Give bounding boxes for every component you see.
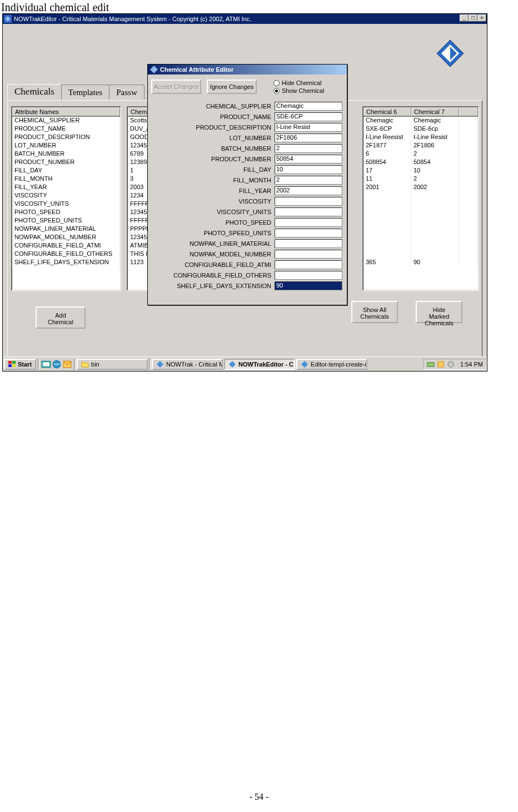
list-item[interactable] bbox=[363, 225, 478, 234]
list-item[interactable]: FILL_MONTH bbox=[12, 175, 120, 184]
tab-chemicals[interactable]: Chemicals bbox=[7, 84, 62, 100]
list-item[interactable]: 50885450854 bbox=[363, 159, 478, 167]
editor-dialog: Chemical Attribute Editor Accept Changes… bbox=[147, 64, 347, 305]
tab-templates[interactable]: Templates bbox=[61, 85, 109, 100]
chemical7-header: Chemical 7 bbox=[411, 107, 459, 116]
list-item[interactable]: 2F18772F1806 bbox=[363, 142, 478, 150]
tray-icon[interactable] bbox=[447, 360, 455, 368]
list-item[interactable]: LOT_NUMBER bbox=[12, 142, 120, 150]
taskbar-item[interactable]: NOWTrak - Critical M... bbox=[152, 359, 223, 370]
list-item[interactable]: VISCOSITY bbox=[12, 192, 120, 200]
list-item[interactable]: 1710 bbox=[363, 167, 478, 175]
outlook-icon[interactable] bbox=[62, 359, 72, 369]
list-item[interactable]: PRODUCT_NAME bbox=[12, 125, 120, 133]
form-row: NOWPAK_LINER_MATERIAL bbox=[150, 239, 345, 249]
list-item[interactable]: 36590 bbox=[363, 259, 478, 267]
field-label: CONFIGURABLE_FIELD_ATMI bbox=[150, 261, 275, 268]
field-input[interactable]: Chemagic bbox=[275, 102, 342, 111]
show-desktop-icon[interactable] bbox=[41, 359, 51, 369]
tray-icon[interactable] bbox=[437, 360, 445, 368]
list-item[interactable] bbox=[363, 250, 478, 259]
field-label: NOWPAK_MODEL_NUMBER bbox=[150, 251, 275, 258]
minimize-button[interactable]: _ bbox=[460, 14, 469, 22]
field-input[interactable]: 2 bbox=[275, 176, 342, 185]
app-icon bbox=[4, 15, 12, 23]
folder-icon bbox=[81, 360, 89, 368]
list-item[interactable]: 112 bbox=[363, 175, 478, 184]
field-input[interactable] bbox=[275, 260, 342, 269]
list-item[interactable] bbox=[363, 217, 478, 225]
form-row: CONFIGURABLE_FIELD_ATMI bbox=[150, 260, 345, 270]
spacer-header bbox=[459, 107, 478, 116]
list-item[interactable]: I-Line ReesistI-Line Resist bbox=[363, 133, 478, 142]
field-input[interactable] bbox=[275, 207, 342, 216]
field-input[interactable] bbox=[275, 229, 342, 237]
list-item[interactable]: FILL_DAY bbox=[12, 167, 120, 175]
list-item[interactable]: CHEMICAL_SUPPLIER bbox=[12, 117, 120, 125]
field-input[interactable] bbox=[275, 239, 342, 248]
list-item[interactable]: VISCOSITY_UNITS bbox=[12, 200, 120, 209]
field-input[interactable] bbox=[275, 271, 342, 280]
list-item[interactable]: PRODUCT_NUMBER bbox=[12, 159, 120, 167]
attribute-names-list[interactable]: Attribute Names CHEMICAL_SUPPLIERPRODUCT… bbox=[11, 106, 121, 291]
field-input[interactable]: I-Line Resist bbox=[275, 123, 342, 132]
field-input[interactable]: 2F1806 bbox=[275, 133, 342, 142]
field-input[interactable] bbox=[275, 218, 342, 227]
show-all-chemicals-button[interactable]: Show All Chemicals bbox=[351, 301, 398, 323]
maximize-button[interactable]: □ bbox=[469, 14, 477, 22]
form-row: VISCOSITY bbox=[150, 196, 345, 206]
field-input[interactable] bbox=[275, 250, 342, 259]
field-input[interactable]: 2 bbox=[275, 144, 342, 153]
taskbar-item[interactable]: Editor-templ-create-n... bbox=[296, 359, 367, 370]
svg-marker-13 bbox=[157, 361, 163, 368]
field-input[interactable]: SDE-6CP bbox=[275, 112, 342, 121]
list-item[interactable] bbox=[363, 192, 478, 200]
list-item[interactable] bbox=[363, 234, 478, 242]
tray-icon[interactable] bbox=[427, 360, 435, 368]
list-item[interactable]: 20012002 bbox=[363, 184, 478, 192]
tab-passwords[interactable]: Passw bbox=[109, 85, 145, 100]
field-input[interactable]: 2002 bbox=[275, 186, 342, 195]
svg-rect-8 bbox=[12, 364, 16, 367]
add-chemical-button[interactable]: Add Chemical bbox=[36, 306, 86, 329]
hide-chemical-radio[interactable]: Hide Chemical bbox=[273, 79, 324, 87]
list-item[interactable]: CONFIGURABLE_FIELD_OTHERS bbox=[12, 250, 120, 259]
close-button[interactable]: × bbox=[477, 14, 486, 22]
chemical67-list[interactable]: Chemical 6 Chemical 7 ChemagicChemagicSX… bbox=[362, 106, 479, 291]
list-item[interactable]: SXE-6CPSDE-6cp bbox=[363, 125, 478, 133]
list-item[interactable]: PRODUCT_DESCRIPTION bbox=[12, 133, 120, 142]
list-item[interactable]: 62 bbox=[363, 150, 478, 159]
taskbar: Start bin NOWTrak - Critical M...NOWTrak… bbox=[3, 357, 487, 371]
main-titlebar: NOWTrakEditor - Critical Materials Manag… bbox=[3, 14, 487, 24]
list-item[interactable]: PHOTO_SPEED bbox=[12, 209, 120, 217]
field-input[interactable] bbox=[275, 197, 342, 206]
taskbar-item[interactable]: NOWTrakEditor - C... bbox=[224, 359, 295, 370]
accept-changes-button[interactable]: Accept Changes bbox=[151, 80, 201, 94]
list-item[interactable]: FILL_YEAR bbox=[12, 184, 120, 192]
list-item[interactable]: CONFIGURABLE_FIELD_ATMI bbox=[12, 242, 120, 250]
show-chemical-radio[interactable]: Show Chemical bbox=[273, 87, 324, 95]
field-label: VISCOSITY_UNITS bbox=[150, 209, 275, 215]
list-item[interactable]: ChemagicChemagic bbox=[363, 117, 478, 125]
start-button[interactable]: Start bbox=[4, 359, 36, 370]
ignore-changes-button[interactable]: Ignore Changes bbox=[207, 80, 257, 94]
field-input[interactable]: 90 bbox=[275, 281, 342, 290]
attribute-names-header: Attribute Names bbox=[12, 107, 120, 116]
list-item[interactable]: NOWPAK_LINER_MATERIAL bbox=[12, 225, 120, 234]
form-row: PRODUCT_NUMBER50854 bbox=[150, 154, 345, 164]
list-item[interactable]: NOWPAK_MODEL_NUMBER bbox=[12, 234, 120, 242]
hide-marked-chemicals-button[interactable]: Hide Marked Chemicals bbox=[416, 301, 462, 323]
list-item[interactable] bbox=[363, 242, 478, 250]
field-input[interactable]: 50854 bbox=[275, 155, 342, 164]
taskbar-item-label: NOWTrak - Critical M... bbox=[166, 361, 223, 368]
taskbar-item-bin[interactable]: bin bbox=[77, 359, 148, 370]
list-item[interactable] bbox=[363, 200, 478, 209]
form-row: CHEMICAL_SUPPLIERChemagic bbox=[150, 101, 345, 111]
list-item[interactable] bbox=[363, 209, 478, 217]
main-title-text: NOWTrakEditor - Critical Materials Manag… bbox=[14, 16, 251, 22]
ie-icon[interactable] bbox=[52, 359, 62, 369]
field-input[interactable]: 10 bbox=[275, 165, 342, 174]
list-item[interactable]: SHELF_LIFE_DAYS_EXTENSION bbox=[12, 259, 120, 267]
list-item[interactable]: PHOTO_SPEED_UNITS bbox=[12, 217, 120, 225]
list-item[interactable]: BATCH_NUMBER bbox=[12, 150, 120, 159]
